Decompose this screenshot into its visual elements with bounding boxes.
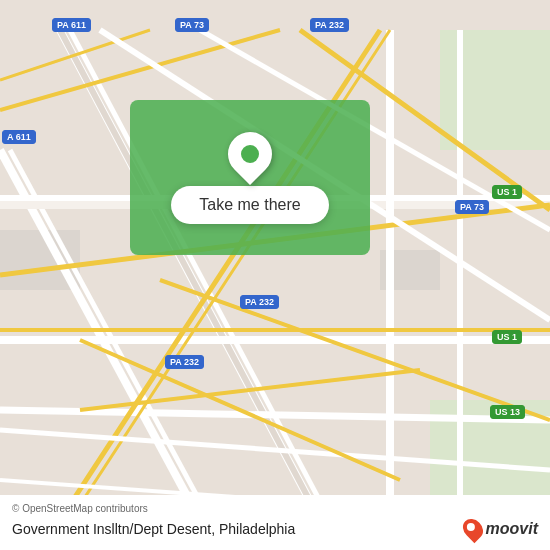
green-overlay: Take me there (130, 100, 370, 255)
moovit-text: moovit (486, 520, 538, 538)
moovit-pin-icon (458, 515, 486, 543)
location-info-row: Government Inslltn/Dept Desent, Philadel… (12, 518, 538, 540)
map-attribution: © OpenStreetMap contributors (12, 503, 538, 514)
road-label-pa232-top: PA 232 (310, 18, 349, 32)
take-me-there-button[interactable]: Take me there (171, 186, 328, 224)
svg-rect-1 (440, 30, 550, 150)
location-name: Government Inslltn/Dept Desent, Philadel… (12, 521, 295, 537)
road-label-a611: A 611 (2, 130, 36, 144)
map-svg (0, 0, 550, 550)
road-label-us13: US 13 (490, 405, 525, 419)
road-label-pa73-right: PA 73 (455, 200, 489, 214)
map-container: PA 611 PA 73 PA 232 A 611 US 1 PA 73 PA … (0, 0, 550, 550)
location-pin-icon (219, 122, 281, 184)
road-label-pa232-lower: PA 232 (165, 355, 204, 369)
road-label-us1-top: US 1 (492, 185, 522, 199)
bottom-bar: © OpenStreetMap contributors Government … (0, 495, 550, 550)
road-label-us1-mid: US 1 (492, 330, 522, 344)
road-label-pa73-top: PA 73 (175, 18, 209, 32)
moovit-logo: moovit (464, 518, 538, 540)
road-label-pa611: PA 611 (52, 18, 91, 32)
road-label-pa232-mid: PA 232 (240, 295, 279, 309)
